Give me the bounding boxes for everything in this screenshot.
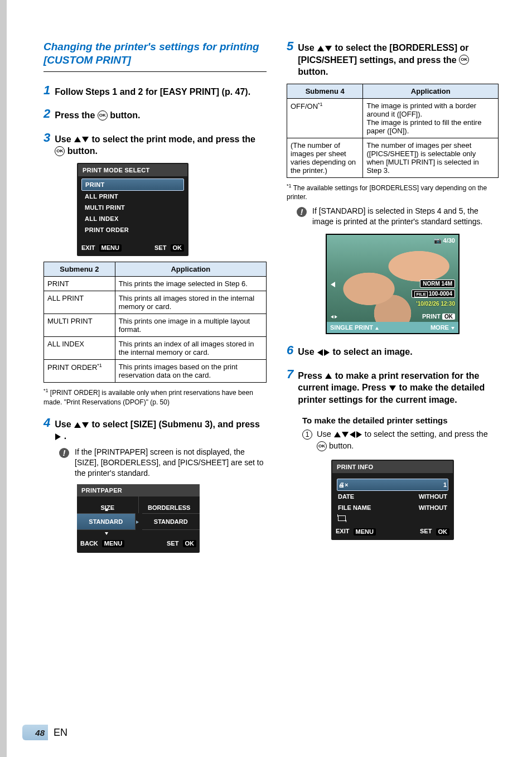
table-cell: OFF/ON*1	[287, 98, 363, 138]
table-cell: This prints the image selected in Step 6…	[115, 277, 266, 291]
subheading-detailed: To make the detailed printer settings	[302, 416, 499, 425]
single-print-label[interactable]: SINGLE PRINT	[330, 324, 379, 331]
prev-image[interactable]	[330, 281, 336, 287]
step-5-c: button.	[298, 67, 328, 76]
step-6: 6 Use to select an image.	[287, 344, 499, 358]
step-number: 7	[287, 368, 293, 380]
panel-item-all-index[interactable]: ALL INDEX	[81, 213, 184, 224]
step-6-a: Use	[298, 347, 317, 356]
note-step4: ! If the [PRINTPAPER] screen is not disp…	[59, 447, 267, 479]
table-row: (The number of images per sheet varies d…	[287, 138, 499, 177]
step-3-text: Use to select the print mode, and press …	[55, 132, 267, 157]
panel-back[interactable]: BACK MENU	[80, 540, 124, 548]
print-info-value: 1	[443, 481, 447, 488]
panel-title: PRINT INFO	[332, 461, 453, 473]
step-3-b: to select the print mode, and press the	[92, 134, 255, 144]
panel-set[interactable]: SET OK	[420, 528, 449, 536]
print-info-row[interactable]: FILE NAME WITHOUT	[337, 502, 448, 513]
panel-exit[interactable]: EXIT MENU	[336, 528, 376, 536]
table-row: OFF/ON*1 The image is printed with a bor…	[287, 98, 499, 138]
panel-item-print-order[interactable]: PRINT ORDER	[81, 224, 184, 235]
panel-set[interactable]: SET OK	[154, 244, 184, 252]
step-5: 5 Use to select the [BORDERLESS] or [PIC…	[287, 40, 499, 334]
ok-icon: OK	[55, 146, 65, 156]
panel-set-label: SET	[420, 528, 432, 534]
table-cell: The image is printed with a border aroun…	[363, 98, 499, 138]
step-2-b: button.	[110, 110, 140, 120]
menu-chip-icon: MENU	[99, 244, 122, 252]
table-cell: PRINT	[44, 277, 115, 291]
step-1: 1 Follow Steps 1 and 2 for [EASY PRINT] …	[43, 84, 267, 98]
table-header: Submenu 2	[44, 262, 115, 277]
table-cell: This prints one image in a multiple layo…	[115, 314, 266, 337]
step-number: 5	[287, 40, 293, 52]
print-label[interactable]: PRINTOK	[422, 313, 455, 320]
up-icon	[325, 373, 332, 379]
page-footer: 48 EN	[22, 725, 67, 740]
up-icon	[334, 432, 341, 437]
panel-item-print[interactable]: PRINT	[81, 179, 184, 191]
borderless-heading: BORDERLESS	[139, 496, 200, 513]
footnote-right: *1 The available settings for [BORDERLES…	[287, 182, 499, 201]
substep-text: Use to select the setting, and press the…	[317, 428, 499, 452]
step-2-text: Press the OK button.	[55, 108, 267, 122]
substep-1: 1 Use to select the setting, and press t…	[302, 428, 499, 452]
note-text: If [STANDARD] is selected in Steps 4 and…	[312, 206, 499, 227]
table-header: Application	[115, 262, 266, 277]
step-5-text: Use to select the [BORDERLESS] or [PICS/…	[298, 40, 499, 78]
down-icon	[342, 432, 349, 437]
right-icon	[55, 433, 61, 440]
table-cell: This prints all images stored in the int…	[115, 291, 266, 314]
step-number: 2	[43, 108, 50, 120]
right-icon	[356, 431, 362, 438]
step-1-text: Follow Steps 1 and 2 for [EASY PRINT] (p…	[55, 84, 267, 98]
table-row: MULTI PRINT This prints one image in a m…	[44, 314, 267, 337]
print-info-value: WITHOUT	[419, 504, 447, 511]
panel-set-label: SET	[167, 540, 178, 547]
panel-item-all-print[interactable]: ALL PRINT	[81, 191, 184, 202]
panel-title: PRINTPAPER	[77, 484, 200, 496]
step-number: 3	[43, 132, 50, 144]
size-value-label: STANDARD	[89, 518, 123, 525]
step-3-c: button.	[67, 146, 98, 156]
submenu4-table: Submenu 4 Application OFF/ON*1 The image…	[287, 84, 499, 178]
print-info-row[interactable]: DATE WITHOUT	[337, 491, 448, 502]
ok-chip-icon: OK	[436, 528, 450, 536]
step-4-a: Use	[55, 420, 74, 429]
table-cell: MULTI PRINT	[44, 314, 115, 337]
panel-set[interactable]: SET OK	[167, 540, 196, 548]
footnote-left: *1 [PRINT ORDER] is available only when …	[43, 387, 267, 406]
step-2-a: Press the	[55, 110, 97, 120]
size-value[interactable]: STANDARD	[77, 513, 136, 530]
page-language: EN	[54, 727, 67, 739]
panel-exit[interactable]: EXIT MENU	[81, 244, 122, 252]
ok-icon: OK	[317, 441, 327, 451]
table-header: Submenu 4	[287, 84, 363, 98]
down-icon	[82, 137, 89, 142]
table-header: Application	[363, 84, 499, 98]
panel-item-multi-print[interactable]: MULTI PRINT	[81, 202, 184, 213]
image-counter: 📷 4/30	[434, 237, 455, 244]
print-info-key: DATE	[338, 493, 354, 500]
table-cell: ALL INDEX	[44, 337, 115, 360]
down-icon	[105, 532, 108, 535]
table-cell: This prints images based on the print re…	[115, 360, 266, 383]
submenu2-table: Submenu 2 Application PRINT This prints …	[43, 262, 267, 383]
step-6-b: to select an image.	[333, 347, 413, 356]
table-row: ALL INDEX This prints an index of all im…	[44, 337, 267, 360]
more-label[interactable]: MORE	[431, 324, 455, 331]
print-info-row[interactable]: 🖨× 1	[337, 479, 448, 491]
up-icon	[74, 422, 81, 428]
divider-icon	[136, 518, 142, 525]
print-info-row[interactable]	[337, 513, 448, 523]
table-row: ALL PRINT This prints all images stored …	[44, 291, 267, 314]
section-rule	[43, 71, 267, 72]
step-2: 2 Press the OK button.	[43, 108, 267, 122]
step-7-text: Press to make a print reservation for th…	[298, 368, 499, 406]
ok-chip-icon: OK	[183, 540, 197, 547]
step-4-text: Use to select [SIZE] (Submenu 3), and pr…	[55, 417, 267, 442]
step-number: 1	[43, 84, 50, 97]
borderless-value[interactable]: STANDARD	[142, 513, 200, 530]
photo-preview: 📷 4/30 NORM 14M FILE100-0004 '10/02/26 1…	[326, 234, 460, 334]
up-icon	[105, 508, 108, 511]
